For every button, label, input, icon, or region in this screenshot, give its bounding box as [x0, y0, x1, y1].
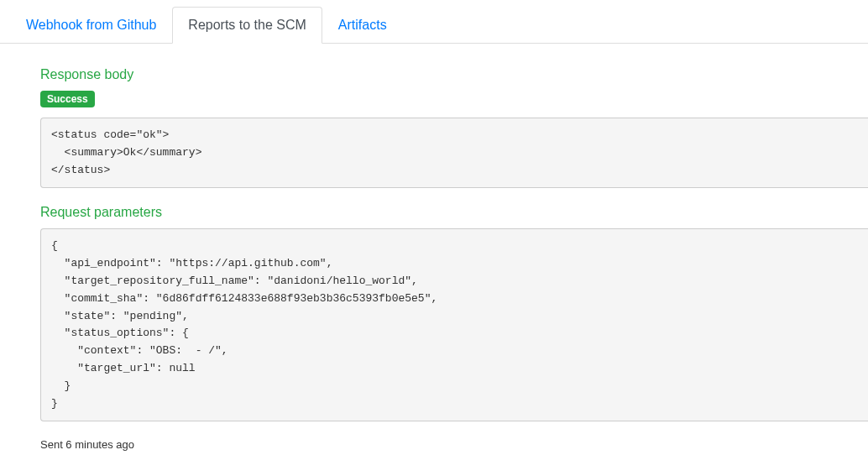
tab-reports[interactable]: Reports to the SCM — [172, 7, 322, 44]
tab-webhook[interactable]: Webhook from Github — [10, 7, 172, 44]
sent-timestamp: Sent 6 minutes ago — [40, 438, 868, 451]
request-parameters-heading: Request parameters — [40, 205, 868, 220]
request-parameters-code: { "api_endpoint": "https://api.github.co… — [40, 228, 868, 421]
response-body-code: <status code="ok"> <summary>Ok</summary>… — [40, 118, 868, 188]
status-badge: Success — [40, 91, 95, 107]
response-body-heading: Response body — [40, 67, 868, 82]
tab-bar: Webhook from Github Reports to the SCM A… — [0, 0, 868, 44]
tab-content: Response body Success <status code="ok">… — [0, 44, 868, 451]
tab-artifacts[interactable]: Artifacts — [322, 7, 403, 44]
